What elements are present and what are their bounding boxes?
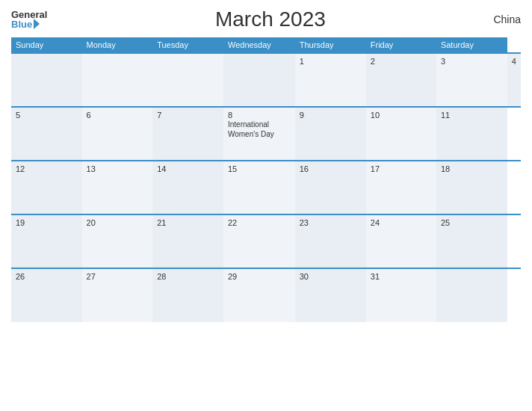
day-cell (152, 53, 223, 107)
day-cell (436, 268, 507, 322)
day-cell: 20 (82, 214, 153, 268)
day-cell: 13 (82, 161, 153, 214)
col-saturday: Saturday (436, 37, 507, 53)
col-thursday: Thursday (295, 37, 366, 53)
day-cell-empty (11, 53, 82, 107)
day-cell: 12 (11, 161, 82, 214)
calendar-week-1: 5678InternationalWomen's Day91011 (11, 107, 521, 161)
day-cell: 28 (152, 268, 223, 322)
calendar-week-0: 1234 (11, 53, 521, 107)
day-cell: 30 (295, 268, 366, 322)
logo-blue-text: Blue (11, 19, 40, 29)
weekday-row: Sunday Monday Tuesday Wednesday Thursday… (11, 37, 521, 53)
page: General Blue March 2023 China Sunday Mon… (0, 0, 532, 411)
day-cell: 27 (82, 268, 153, 322)
day-cell: 3 (436, 53, 507, 107)
day-cell: 26 (11, 268, 82, 322)
day-cell: 18 (436, 161, 507, 214)
day-cell: 14 (152, 161, 223, 214)
day-cell: 29 (223, 268, 295, 322)
logo-triangle-icon (34, 19, 40, 29)
day-cell: 24 (366, 214, 436, 268)
day-cell: 7 (152, 107, 223, 161)
day-cell: 2 (366, 53, 436, 107)
day-cell: 8InternationalWomen's Day (223, 107, 295, 161)
col-friday: Friday (366, 37, 436, 53)
calendar-body: 12345678InternationalWomen's Day91011121… (11, 53, 521, 322)
day-cell: 10 (366, 107, 436, 161)
day-cell: 21 (152, 214, 223, 268)
day-cell: 5 (11, 107, 82, 161)
day-cell: 31 (366, 268, 436, 322)
calendar-week-4: 262728293031 (11, 268, 521, 322)
day-cell: 19 (11, 214, 82, 268)
day-cell: 23 (295, 214, 366, 268)
day-cell: 22 (223, 214, 295, 268)
day-cell: 17 (366, 161, 436, 214)
day-cell: 11 (436, 107, 507, 161)
col-sunday: Sunday (11, 37, 82, 53)
day-cell: 16 (295, 161, 366, 214)
day-cell: 25 (436, 214, 507, 268)
day-cell: 15 (223, 161, 295, 214)
header: General Blue March 2023 China (11, 7, 521, 31)
calendar-header: Sunday Monday Tuesday Wednesday Thursday… (11, 37, 521, 53)
col-wednesday: Wednesday (223, 37, 295, 53)
calendar-table: Sunday Monday Tuesday Wednesday Thursday… (11, 37, 521, 322)
day-cell (223, 53, 295, 107)
day-cell-empty (82, 53, 153, 107)
day-cell: 6 (82, 107, 153, 161)
calendar-week-2: 12131415161718 (11, 161, 521, 214)
day-cell: 1 (295, 53, 366, 107)
calendar-title: March 2023 (215, 7, 326, 31)
logo: General Blue (11, 10, 47, 29)
col-tuesday: Tuesday (152, 37, 223, 53)
day-cell: 9 (295, 107, 366, 161)
day-cell: 4 (507, 53, 521, 107)
country-label: China (493, 13, 521, 25)
col-monday: Monday (82, 37, 153, 53)
calendar-week-3: 19202122232425 (11, 214, 521, 268)
